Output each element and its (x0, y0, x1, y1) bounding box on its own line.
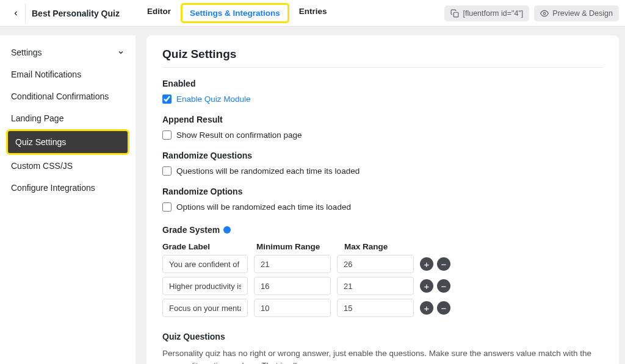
plus-icon: + (424, 304, 430, 313)
shortcode-pill[interactable]: [fluentform id="4"] (444, 5, 529, 21)
minus-icon: − (441, 260, 447, 269)
grade-add-button[interactable]: + (420, 279, 433, 293)
sidebar-item-configure[interactable]: Configure Integrations (0, 177, 135, 199)
grade-header-min: Minimum Range (256, 242, 333, 251)
sidebar-item-quiz-wrap: Quiz Settings (0, 129, 135, 155)
top-bar: Best Personality Quiz Editor Settings & … (0, 0, 625, 27)
sidebar-item-quiz[interactable]: Quiz Settings (6, 129, 129, 155)
sidebar: Settings Email Notifications Conditional… (0, 35, 135, 364)
grade-max-input[interactable] (337, 299, 414, 317)
sidebar-item-landing[interactable]: Landing Page (0, 107, 135, 129)
info-icon[interactable] (223, 226, 231, 234)
chevron-down-icon (117, 49, 125, 56)
grade-max-input[interactable] (337, 277, 414, 295)
plus-icon: + (424, 260, 430, 269)
rand-q-title: Randomize Questions (162, 151, 603, 160)
sidebar-item-email[interactable]: Email Notifications (0, 63, 135, 85)
rand-o-row: Options will be randomized each time its… (162, 202, 603, 212)
divider (162, 67, 603, 68)
grade-min-input[interactable] (254, 299, 331, 317)
form-title: Best Personality Quiz (32, 9, 125, 18)
svg-point-1 (544, 12, 546, 15)
rand-q-row: Questions will be randomized each time i… (162, 166, 603, 176)
grade-min-input[interactable] (254, 255, 331, 273)
quiz-questions-title: Quiz Questions (162, 332, 603, 341)
append-title: Append Result (162, 115, 603, 124)
minus-icon: − (441, 304, 447, 313)
preview-button[interactable]: Preview & Design (534, 5, 619, 21)
page-title: Quiz Settings (162, 48, 603, 61)
grade-label-input[interactable] (162, 255, 248, 273)
grade-min-input[interactable] (254, 277, 331, 295)
tab-editor[interactable]: Editor (140, 3, 178, 23)
rand-o-title: Randomize Options (162, 187, 603, 196)
append-result-checkbox[interactable] (162, 130, 172, 140)
enabled-row: Enable Quiz Module (162, 95, 603, 104)
sidebar-item-conditional[interactable]: Conditional Confirmations (0, 85, 135, 107)
grade-header-label: Grade Label (162, 242, 248, 251)
enabled-title: Enabled (162, 79, 603, 88)
grade-row: + − (162, 277, 603, 295)
enable-quiz-checkbox[interactable] (162, 95, 172, 104)
randomize-questions-label: Questions will be randomized each time i… (176, 166, 359, 176)
grade-remove-button[interactable]: − (437, 279, 450, 293)
grade-max-input[interactable] (337, 255, 414, 273)
settings-panel: Quiz Settings Enabled Enable Quiz Module… (146, 35, 619, 364)
eye-icon (540, 9, 549, 18)
top-tabs: Editor Settings & Integrations Entries (140, 3, 334, 23)
grade-label-input[interactable] (162, 299, 248, 317)
grade-add-button[interactable]: + (420, 301, 433, 315)
svg-rect-0 (454, 12, 459, 17)
plus-icon: + (424, 282, 430, 291)
sidebar-item-settings[interactable]: Settings (0, 41, 135, 63)
quiz-questions-desc: Personality quiz has no right or wrong a… (162, 348, 603, 364)
top-right: [fluentform id="4"] Preview & Design (444, 5, 619, 21)
grade-add-button[interactable]: + (420, 257, 433, 271)
grade-headers: Grade Label Minimum Range Max Range (162, 242, 603, 251)
randomize-questions-checkbox[interactable] (162, 166, 172, 176)
grade-title-row: Grade System (162, 225, 603, 235)
grade-row: + − (162, 255, 603, 273)
grade-row: + − (162, 299, 603, 317)
enable-quiz-label: Enable Quiz Module (176, 95, 251, 104)
randomize-options-label: Options will be randomized each time its… (176, 202, 351, 212)
content: Quiz Settings Enabled Enable Quiz Module… (135, 35, 625, 364)
shortcode-text: [fluentform id="4"] (463, 9, 523, 18)
grade-header-max: Max Range (344, 242, 421, 251)
chevron-left-icon (12, 10, 20, 17)
sidebar-label-settings: Settings (11, 48, 42, 57)
tab-settings-integrations[interactable]: Settings & Integrations (181, 3, 289, 23)
grade-remove-button[interactable]: − (437, 301, 450, 315)
minus-icon: − (441, 282, 447, 291)
grade-title: Grade System (162, 225, 220, 235)
append-result-label: Show Result on confirmation page (176, 130, 302, 140)
layout: Settings Email Notifications Conditional… (0, 35, 625, 364)
randomize-options-checkbox[interactable] (162, 202, 172, 212)
tab-entries[interactable]: Entries (292, 3, 334, 23)
grade-remove-button[interactable]: − (437, 257, 450, 271)
append-row: Show Result on confirmation page (162, 130, 603, 140)
back-button[interactable] (6, 4, 26, 23)
copy-icon (450, 9, 459, 18)
grade-label-input[interactable] (162, 277, 248, 295)
sidebar-item-custom[interactable]: Custom CSS/JS (0, 155, 135, 177)
preview-text: Preview & Design (552, 9, 613, 18)
